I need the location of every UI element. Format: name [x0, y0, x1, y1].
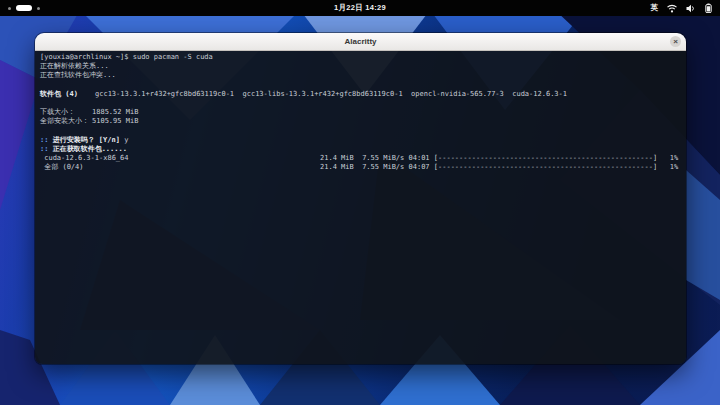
- terminal-line: :: 进行安装吗？ [Y/n] y: [40, 136, 681, 145]
- terminal-text-segment: 21.4 MiB 7.55 MiB/s 04:07 [-------------…: [320, 163, 678, 172]
- terminal-line: :: 正在获取软件包......: [40, 145, 681, 154]
- terminal-text-segment: y: [124, 136, 128, 144]
- terminal-line: 正在查找软件包冲突...: [40, 71, 681, 80]
- terminal-line: cuda-12.6.3-1-x86_6421.4 MiB 7.55 MiB/s …: [40, 154, 681, 163]
- terminal-line: 软件包 (4)gcc13-13.3.1+r432+gfc8bd63119c0-1…: [40, 90, 681, 99]
- battery-icon[interactable]: [705, 3, 712, 13]
- terminal-line: 全部安装大小：5105.95 MiB: [40, 117, 681, 126]
- volume-icon[interactable]: [686, 4, 696, 13]
- terminal-text-segment: 正在解析依赖关系...: [40, 62, 109, 70]
- top-bar: 1月22日 14:29 英: [0, 0, 720, 16]
- terminal-line: [40, 81, 681, 90]
- terminal-text-segment: 1885.52 MiB: [92, 108, 138, 117]
- terminal-text-segment: 正在获取软件包......: [48, 145, 127, 153]
- terminal-line: 下载大小：1885.52 MiB: [40, 108, 681, 117]
- terminal-line: 正在解析依赖关系...: [40, 62, 681, 71]
- terminal-content[interactable]: [youxia@archlinux ~]$ sudo pacman -S cud…: [35, 51, 686, 364]
- terminal-line: 全部 (0/4)21.4 MiB 7.55 MiB/s 04:07 [-----…: [40, 163, 681, 172]
- workspace-indicator[interactable]: [8, 0, 40, 16]
- terminal-text-segment: 全部 (0/4): [40, 163, 84, 171]
- terminal-text-segment: 进行安装吗？ [Y/n]: [48, 136, 124, 144]
- workspace-dot-icon[interactable]: [8, 7, 11, 10]
- workspace-dot-icon[interactable]: [37, 7, 40, 10]
- alacritty-window: Alacritty × [youxia@archlinux ~]$ sudo p…: [35, 33, 686, 364]
- window-titlebar[interactable]: Alacritty ×: [35, 33, 686, 51]
- terminal-text-segment: [youxia@archlinux ~]$ sudo pacman -S cud…: [40, 53, 213, 61]
- wifi-icon[interactable]: [667, 4, 677, 13]
- clock[interactable]: 1月22日 14:29: [0, 3, 720, 13]
- window-title: Alacritty: [344, 37, 376, 46]
- terminal-text-segment: 正在查找软件包冲突...: [40, 71, 116, 79]
- terminal-text-segment: 全部安装大小：: [40, 117, 89, 125]
- terminal-text-segment: cuda-12.6.3-1-x86_64: [40, 154, 129, 162]
- terminal-text-segment: 软件包 (4): [40, 90, 78, 98]
- system-status-area[interactable]: 英: [651, 0, 713, 16]
- input-method-indicator[interactable]: 英: [651, 0, 659, 16]
- terminal-line: [40, 127, 681, 136]
- workspace-active-pill-icon[interactable]: [16, 5, 32, 11]
- terminal-line: [youxia@archlinux ~]$ sudo pacman -S cud…: [40, 53, 681, 62]
- terminal-text-segment: gcc13-13.3.1+r432+gfc8bd63119c0-1 gcc13-…: [95, 90, 567, 99]
- terminal-text-segment: 21.4 MiB 7.55 MiB/s 04:01 [-------------…: [320, 154, 678, 163]
- terminal-text-segment: 5105.95 MiB: [92, 117, 138, 126]
- terminal-text-segment: 下载大小：: [40, 108, 75, 116]
- close-icon[interactable]: ×: [670, 36, 681, 47]
- terminal-line: [40, 99, 681, 108]
